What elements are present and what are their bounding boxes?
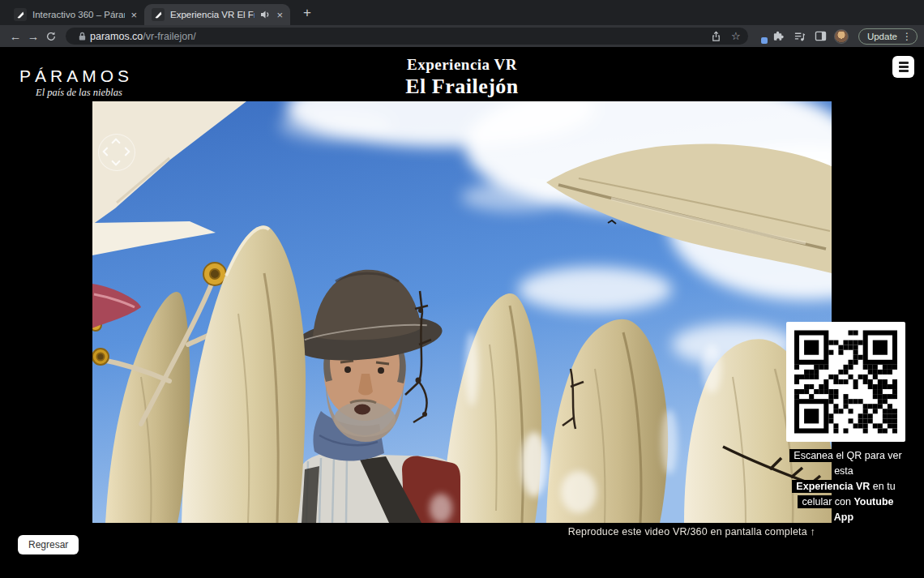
tab-interactivo-360[interactable]: Interactivo 360 – Páramos × bbox=[6, 4, 144, 25]
address-bar[interactable]: paramos.co/vr-frailejon/ ☆ bbox=[66, 28, 748, 45]
bookmark-star-icon[interactable]: ☆ bbox=[728, 28, 744, 45]
forward-button[interactable]: → bbox=[24, 28, 42, 45]
profile-avatar[interactable] bbox=[834, 29, 849, 44]
close-tab-icon[interactable]: × bbox=[276, 10, 283, 20]
page-title: Experiencia VR El Frailejón bbox=[0, 56, 924, 99]
menu-bar bbox=[899, 70, 909, 71]
extensions-area bbox=[754, 28, 849, 45]
extensions-puzzle-icon[interactable] bbox=[771, 28, 787, 45]
regresar-button[interactable]: Regresar bbox=[18, 535, 79, 554]
url-host: paramos.co bbox=[90, 31, 143, 42]
qr-line3-rest: celular con bbox=[802, 496, 853, 507]
new-tab-button[interactable]: + bbox=[297, 2, 318, 24]
menu-bar bbox=[899, 62, 909, 63]
back-button[interactable]: ← bbox=[6, 28, 24, 45]
title-line2: El Frailejón bbox=[0, 75, 924, 99]
lock-icon[interactable] bbox=[74, 28, 90, 45]
paramos-favicon-icon bbox=[14, 8, 27, 21]
share-icon[interactable] bbox=[708, 28, 725, 45]
qr-panel: Escanea el QR para ver esta Experiencia … bbox=[786, 322, 905, 525]
video-frame-scene bbox=[92, 101, 832, 523]
qr-line2-rest: en tu bbox=[870, 481, 895, 492]
side-panel-icon[interactable] bbox=[813, 28, 829, 45]
fullscreen-hint-text: Reproduce este video VR/360 en pantalla … bbox=[568, 526, 815, 537]
qr-line1: Escanea el QR para ver esta bbox=[789, 449, 901, 477]
pan-left-icon[interactable] bbox=[102, 147, 111, 156]
vr-360-video-player[interactable] bbox=[92, 101, 832, 523]
360-navigation-pad[interactable] bbox=[98, 134, 135, 171]
tab-experiencia-vr[interactable]: Experiencia VR El Frailejón × bbox=[144, 4, 290, 25]
more-menu-icon[interactable]: ⋮ bbox=[902, 31, 912, 42]
pan-up-icon[interactable] bbox=[111, 138, 120, 147]
playlist-extension-icon[interactable] bbox=[792, 28, 808, 45]
hamburger-menu-button[interactable] bbox=[892, 56, 914, 78]
close-tab-icon[interactable]: × bbox=[130, 10, 137, 20]
browser-window: Interactivo 360 – Páramos × Experiencia … bbox=[0, 0, 924, 578]
title-line1: Experiencia VR bbox=[0, 56, 924, 74]
qr-line2-bold: Experiencia VR bbox=[796, 481, 870, 492]
browser-toolbar: ← → paramos.co/vr-frailejon/ ☆ bbox=[0, 25, 924, 47]
pan-down-icon[interactable] bbox=[111, 156, 120, 165]
qr-instructions: Escanea el QR para ver esta Experiencia … bbox=[786, 448, 905, 525]
reload-button[interactable] bbox=[42, 28, 60, 45]
tab-title: Interactivo 360 – Páramos bbox=[32, 10, 125, 19]
tab-strip: Interactivo 360 – Páramos × Experiencia … bbox=[0, 0, 924, 25]
menu-bar bbox=[899, 66, 909, 67]
qr-code bbox=[786, 322, 905, 442]
tab-audio-icon[interactable] bbox=[260, 10, 271, 19]
url-path: /vr-frailejon/ bbox=[143, 31, 195, 42]
update-button[interactable]: Update ⋮ bbox=[858, 28, 918, 45]
adblock-extension-icon[interactable] bbox=[754, 30, 766, 42]
pan-right-icon[interactable] bbox=[121, 147, 130, 156]
update-label: Update bbox=[867, 32, 897, 41]
tab-title: Experiencia VR El Frailejón bbox=[170, 10, 255, 19]
paramos-favicon-icon bbox=[152, 8, 165, 21]
page-content: PÁRAMOS El país de las nieblas Experienc… bbox=[0, 47, 924, 578]
